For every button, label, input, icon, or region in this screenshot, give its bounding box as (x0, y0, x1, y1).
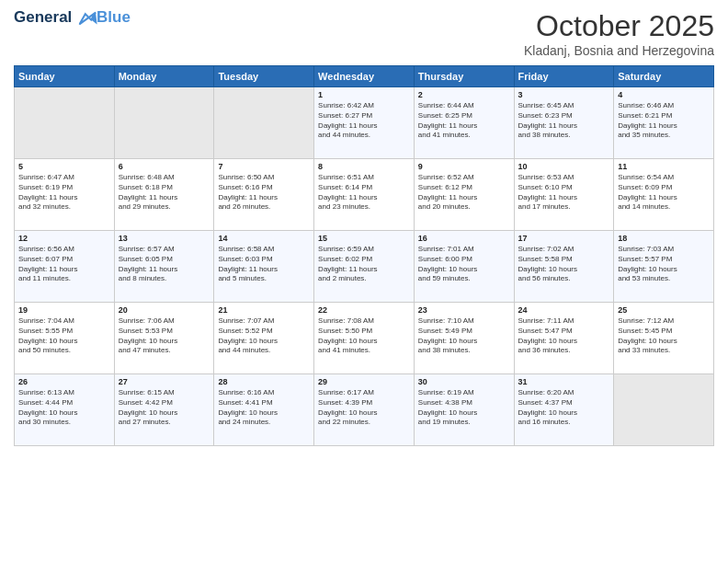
day-number: 6 (119, 162, 210, 171)
table-row: 4Sunrise: 6:46 AM Sunset: 6:21 PM Daylig… (614, 87, 714, 159)
day-content: Sunrise: 6:50 AM Sunset: 6:16 PM Dayligh… (218, 173, 310, 213)
day-content: Sunrise: 6:13 AM Sunset: 4:44 PM Dayligh… (18, 388, 110, 428)
table-row: 21Sunrise: 7:07 AM Sunset: 5:52 PM Dayli… (214, 303, 314, 374)
table-row: 12Sunrise: 6:56 AM Sunset: 6:07 PM Dayli… (15, 231, 115, 303)
day-number: 8 (318, 162, 410, 171)
day-number: 1 (318, 90, 410, 99)
table-row: 19Sunrise: 7:04 AM Sunset: 5:55 PM Dayli… (15, 303, 115, 374)
day-content: Sunrise: 7:12 AM Sunset: 5:45 PM Dayligh… (618, 316, 710, 356)
day-content: Sunrise: 7:04 AM Sunset: 5:55 PM Dayligh… (18, 316, 110, 356)
table-row: 11Sunrise: 6:54 AM Sunset: 6:09 PM Dayli… (614, 159, 714, 231)
day-number: 28 (218, 377, 310, 386)
day-number: 12 (18, 234, 110, 243)
location: Kladanj, Bosnia and Herzegovina (524, 43, 714, 58)
calendar-table: Sunday Monday Tuesday Wednesday Thursday… (14, 65, 714, 446)
table-row: 10Sunrise: 6:53 AM Sunset: 6:10 PM Dayli… (514, 159, 614, 231)
day-content: Sunrise: 6:54 AM Sunset: 6:09 PM Dayligh… (618, 173, 710, 213)
calendar-week-row: 5Sunrise: 6:47 AM Sunset: 6:19 PM Daylig… (15, 159, 714, 231)
day-number: 31 (518, 377, 610, 386)
day-number: 19 (18, 305, 110, 315)
day-content: Sunrise: 6:17 AM Sunset: 4:39 PM Dayligh… (318, 388, 410, 428)
logo-icon (78, 11, 98, 26)
day-number: 13 (119, 234, 210, 243)
table-row: 28Sunrise: 6:16 AM Sunset: 4:41 PM Dayli… (214, 374, 314, 446)
day-number: 23 (418, 305, 510, 315)
table-row: 24Sunrise: 7:11 AM Sunset: 5:47 PM Dayli… (514, 303, 614, 374)
page-header: General Blue October 2025 Kladanj, Bosni… (14, 9, 714, 58)
day-number: 21 (218, 305, 310, 315)
day-content: Sunrise: 6:53 AM Sunset: 6:10 PM Dayligh… (518, 173, 610, 213)
day-number: 3 (518, 90, 610, 99)
day-number: 25 (618, 305, 710, 315)
day-content: Sunrise: 6:52 AM Sunset: 6:12 PM Dayligh… (418, 173, 510, 213)
day-content: Sunrise: 6:42 AM Sunset: 6:27 PM Dayligh… (318, 101, 410, 141)
day-content: Sunrise: 6:58 AM Sunset: 6:03 PM Dayligh… (218, 245, 310, 284)
day-number: 10 (518, 162, 610, 171)
day-content: Sunrise: 6:51 AM Sunset: 6:14 PM Dayligh… (318, 173, 410, 213)
day-content: Sunrise: 6:47 AM Sunset: 6:19 PM Dayligh… (18, 173, 110, 213)
day-number: 9 (418, 162, 510, 171)
day-content: Sunrise: 7:03 AM Sunset: 5:57 PM Dayligh… (618, 245, 710, 284)
day-content: Sunrise: 7:07 AM Sunset: 5:52 PM Dayligh… (218, 316, 310, 356)
calendar-header-row: Sunday Monday Tuesday Wednesday Thursday… (15, 66, 714, 87)
table-row: 17Sunrise: 7:02 AM Sunset: 5:58 PM Dayli… (514, 231, 614, 303)
table-row: 22Sunrise: 7:08 AM Sunset: 5:50 PM Dayli… (314, 303, 415, 374)
day-number: 11 (618, 162, 710, 171)
table-row: 8Sunrise: 6:51 AM Sunset: 6:14 PM Daylig… (314, 159, 415, 231)
day-content: Sunrise: 7:11 AM Sunset: 5:47 PM Dayligh… (518, 316, 610, 356)
table-row: 18Sunrise: 7:03 AM Sunset: 5:57 PM Dayli… (614, 231, 714, 303)
day-content: Sunrise: 6:44 AM Sunset: 6:25 PM Dayligh… (418, 101, 510, 141)
table-row (114, 87, 214, 159)
table-row: 25Sunrise: 7:12 AM Sunset: 5:45 PM Dayli… (614, 303, 714, 374)
table-row: 27Sunrise: 6:15 AM Sunset: 4:42 PM Dayli… (114, 374, 214, 446)
day-number: 7 (218, 162, 310, 171)
day-number: 5 (18, 162, 110, 171)
day-content: Sunrise: 6:19 AM Sunset: 4:38 PM Dayligh… (418, 388, 510, 428)
day-number: 24 (518, 305, 610, 315)
day-number: 16 (418, 234, 510, 243)
day-content: Sunrise: 7:01 AM Sunset: 6:00 PM Dayligh… (418, 245, 510, 284)
table-row: 14Sunrise: 6:58 AM Sunset: 6:03 PM Dayli… (214, 231, 314, 303)
day-number: 27 (119, 377, 210, 386)
day-content: Sunrise: 7:08 AM Sunset: 5:50 PM Dayligh… (318, 316, 410, 356)
table-row (15, 87, 115, 159)
table-row: 26Sunrise: 6:13 AM Sunset: 4:44 PM Dayli… (15, 374, 115, 446)
day-number: 17 (518, 234, 610, 243)
day-number: 18 (618, 234, 710, 243)
table-row: 3Sunrise: 6:45 AM Sunset: 6:23 PM Daylig… (514, 87, 614, 159)
logo-text-general: General (14, 8, 72, 26)
table-row: 1Sunrise: 6:42 AM Sunset: 6:27 PM Daylig… (314, 87, 415, 159)
header-tuesday: Tuesday (214, 66, 314, 87)
table-row: 20Sunrise: 7:06 AM Sunset: 5:53 PM Dayli… (114, 303, 214, 374)
table-row: 15Sunrise: 6:59 AM Sunset: 6:02 PM Dayli… (314, 231, 415, 303)
day-content: Sunrise: 6:15 AM Sunset: 4:42 PM Dayligh… (119, 388, 210, 428)
table-row (614, 374, 714, 446)
day-number: 20 (119, 305, 210, 315)
logo-text-blue: Blue (97, 8, 131, 26)
day-number: 15 (318, 234, 410, 243)
day-content: Sunrise: 6:57 AM Sunset: 6:05 PM Dayligh… (119, 245, 210, 284)
header-monday: Monday (114, 66, 214, 87)
table-row: 16Sunrise: 7:01 AM Sunset: 6:00 PM Dayli… (414, 231, 514, 303)
header-thursday: Thursday (414, 66, 514, 87)
header-friday: Friday (514, 66, 614, 87)
table-row: 2Sunrise: 6:44 AM Sunset: 6:25 PM Daylig… (414, 87, 514, 159)
calendar-week-row: 1Sunrise: 6:42 AM Sunset: 6:27 PM Daylig… (15, 87, 714, 159)
day-number: 14 (218, 234, 310, 243)
day-number: 30 (418, 377, 510, 386)
table-row: 30Sunrise: 6:19 AM Sunset: 4:38 PM Dayli… (414, 374, 514, 446)
day-content: Sunrise: 6:56 AM Sunset: 6:07 PM Dayligh… (18, 245, 110, 284)
header-sunday: Sunday (15, 66, 115, 87)
table-row: 7Sunrise: 6:50 AM Sunset: 6:16 PM Daylig… (214, 159, 314, 231)
month-title: October 2025 (524, 9, 714, 43)
logo: General Blue (14, 9, 131, 27)
day-content: Sunrise: 6:16 AM Sunset: 4:41 PM Dayligh… (218, 388, 310, 428)
table-row: 9Sunrise: 6:52 AM Sunset: 6:12 PM Daylig… (414, 159, 514, 231)
day-content: Sunrise: 7:06 AM Sunset: 5:53 PM Dayligh… (119, 316, 210, 356)
day-content: Sunrise: 6:45 AM Sunset: 6:23 PM Dayligh… (518, 101, 610, 141)
calendar-week-row: 12Sunrise: 6:56 AM Sunset: 6:07 PM Dayli… (15, 231, 714, 303)
table-row: 29Sunrise: 6:17 AM Sunset: 4:39 PM Dayli… (314, 374, 415, 446)
table-row: 5Sunrise: 6:47 AM Sunset: 6:19 PM Daylig… (15, 159, 115, 231)
day-content: Sunrise: 6:59 AM Sunset: 6:02 PM Dayligh… (318, 245, 410, 284)
header-wednesday: Wednesday (314, 66, 415, 87)
